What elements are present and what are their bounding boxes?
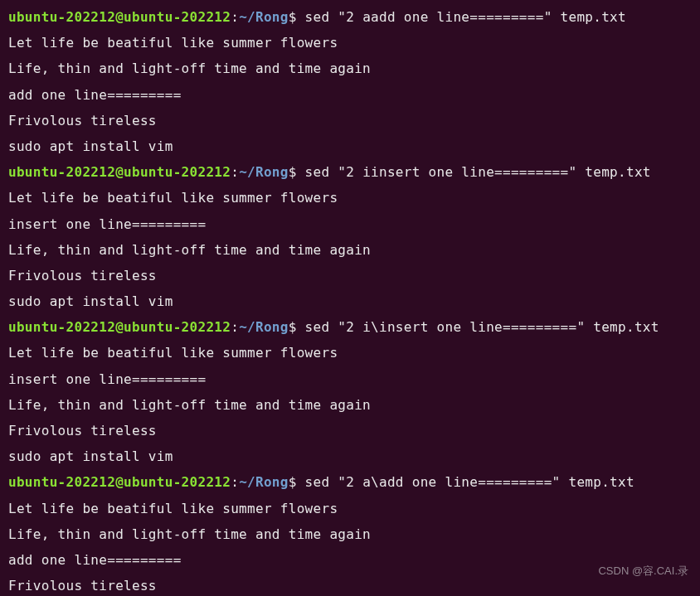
prompt-colon: : xyxy=(231,319,239,335)
output-line: Frivolous tireless xyxy=(8,108,692,133)
terminal-output: ubuntu-202212@ubuntu-202212:~/Rong$ sed … xyxy=(8,4,692,596)
output-line: Life, thin and light-off time and time a… xyxy=(8,392,692,418)
command-text: sed "2 a\add one line=========" temp.txt xyxy=(305,474,634,490)
output-line: insert one line========= xyxy=(8,211,692,237)
output-line: sudo apt install vim xyxy=(8,443,692,469)
prompt-path: ~/Rong xyxy=(239,474,289,490)
output-line: Frivolous tireless xyxy=(8,418,692,443)
prompt-colon: : xyxy=(231,164,239,180)
user-host: ubuntu-202212@ubuntu-202212 xyxy=(8,9,231,25)
watermark-text: CSDN @容.CAI.录 xyxy=(598,560,688,581)
output-line: Let life be beatiful like summer flowers xyxy=(8,340,692,366)
command-text: sed "2 i\insert one line=========" temp.… xyxy=(305,319,659,335)
command-text: sed "2 aadd one line=========" temp.txt xyxy=(305,9,626,25)
command-text: sed "2 iinsert one line=========" temp.t… xyxy=(305,164,651,180)
output-line: Life, thin and light-off time and time a… xyxy=(8,56,692,81)
output-line: sudo apt install vim xyxy=(8,133,692,159)
prompt-dollar: $ xyxy=(289,9,305,25)
prompt-line[interactable]: ubuntu-202212@ubuntu-202212:~/Rong$ sed … xyxy=(8,314,692,340)
user-host: ubuntu-202212@ubuntu-202212 xyxy=(8,474,231,490)
prompt-dollar: $ xyxy=(289,164,305,180)
prompt-path: ~/Rong xyxy=(239,319,289,335)
prompt-colon: : xyxy=(231,474,239,490)
output-line: Let life be beatiful like summer flowers xyxy=(8,496,692,521)
output-line: Frivolous tireless xyxy=(8,573,692,596)
output-line: Let life be beatiful like summer flowers xyxy=(8,185,692,211)
output-line: sudo apt install vim xyxy=(8,288,692,314)
prompt-line[interactable]: ubuntu-202212@ubuntu-202212:~/Rong$ sed … xyxy=(8,469,692,495)
output-line: Let life be beatiful like summer flowers xyxy=(8,30,692,56)
output-line: add one line========= xyxy=(8,82,692,108)
output-line: Frivolous tireless xyxy=(8,263,692,288)
prompt-path: ~/Rong xyxy=(239,164,289,180)
output-line: insert one line========= xyxy=(8,366,692,392)
output-line: Life, thin and light-off time and time a… xyxy=(8,521,692,547)
prompt-dollar: $ xyxy=(289,319,305,335)
prompt-dollar: $ xyxy=(289,474,305,490)
prompt-line[interactable]: ubuntu-202212@ubuntu-202212:~/Rong$ sed … xyxy=(8,4,692,30)
prompt-path: ~/Rong xyxy=(239,9,289,25)
output-line: Life, thin and light-off time and time a… xyxy=(8,237,692,263)
user-host: ubuntu-202212@ubuntu-202212 xyxy=(8,164,231,180)
output-line: add one line========= xyxy=(8,547,692,573)
prompt-colon: : xyxy=(231,9,239,25)
user-host: ubuntu-202212@ubuntu-202212 xyxy=(8,319,231,335)
prompt-line[interactable]: ubuntu-202212@ubuntu-202212:~/Rong$ sed … xyxy=(8,159,692,185)
